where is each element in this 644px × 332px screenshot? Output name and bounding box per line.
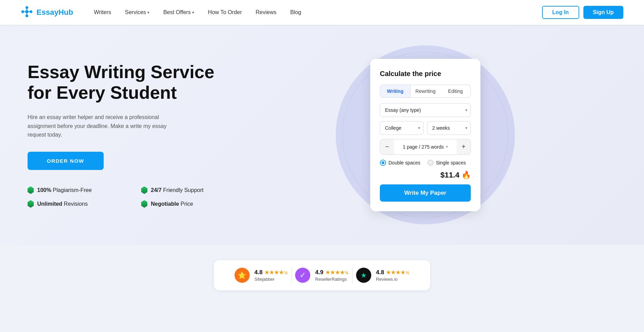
hero-section: Essay Writing Service for Every Student … [0, 25, 644, 245]
spacing-row: Double spaces Single spaces [380, 160, 471, 166]
radio-dot [382, 161, 384, 164]
sitejabber-icon: ⭐ [235, 268, 250, 283]
chevron-down-icon: ▾ [446, 144, 448, 149]
price-value: $11.4 [440, 171, 459, 179]
logo-text: EssayHub [37, 8, 73, 17]
tab-writing[interactable]: Writing [380, 85, 411, 97]
rating-resellerratings: ✓ 4.9 ★★★★½ ResellerRatings [295, 268, 349, 283]
resellerratings-stars: ★★★★½ [325, 269, 349, 276]
divider [352, 267, 353, 283]
academic-level-wrapper: High School College University Master's … [380, 121, 424, 135]
write-my-paper-button[interactable]: Write My Paper [380, 184, 471, 202]
feature-price: Negotiable Price [141, 200, 234, 208]
pages-display: 1 page / 275 words ▾ [394, 144, 457, 150]
resellerratings-label: ResellerRatings [315, 277, 349, 282]
svg-point-4 [30, 10, 32, 13]
check-icon [141, 186, 147, 194]
svg-point-0 [25, 10, 29, 13]
nav-writers[interactable]: Writers [94, 9, 111, 15]
check-icon [141, 200, 147, 208]
hero-features: 100% Plagiarism-Free 24/7 Friendly Suppo… [28, 186, 234, 208]
ratings-bar: ⭐ 4.8 ★★★★½ Sitejabber ✓ 4.9 ★★★★½ Resel… [214, 260, 430, 290]
radio-single-spaces [427, 160, 434, 166]
reviewsio-info: 4.8 ★★★★½ Reviews.io [376, 269, 409, 282]
deadline-wrapper: 6 hours 12 hours 24 hours 2 days 3 days … [427, 121, 471, 135]
hero-content: Essay Writing Service for Every Student … [28, 62, 234, 207]
single-spaces-label: Single spaces [436, 160, 466, 165]
price-display: $11.4 🔥 [380, 171, 471, 180]
feature-support: 24/7 Friendly Support [141, 186, 234, 194]
below-hero: ⭐ 4.8 ★★★★½ Sitejabber ✓ 4.9 ★★★★½ Resel… [0, 245, 644, 304]
level-deadline-row: High School College University Master's … [380, 121, 471, 135]
svg-point-3 [21, 10, 24, 13]
chevron-down-icon: ▾ [147, 10, 149, 15]
logo[interactable]: EssayHub [21, 6, 73, 19]
pages-value: 1 page / 275 words [403, 144, 444, 150]
nav-best-offers[interactable]: Best Offers▾ [163, 9, 194, 15]
hero-subtitle: Hire an essay writer helper and receive … [28, 113, 186, 139]
check-icon [28, 200, 34, 208]
resellerratings-icon: ✓ [295, 268, 310, 283]
double-spaces-option[interactable]: Double spaces [380, 160, 420, 166]
circle-decoration: Calculate the price Writing Rewriting Ed… [336, 45, 515, 224]
calculator-title: Calculate the price [380, 70, 471, 78]
resellerratings-info: 4.9 ★★★★½ ResellerRatings [315, 269, 349, 282]
main-nav: Writers Services▾ Best Offers▾ How To Or… [94, 9, 542, 15]
decrease-pages-button[interactable]: − [380, 139, 394, 154]
tab-editing[interactable]: Editing [440, 85, 470, 97]
sitejabber-stars: ★★★★½ [264, 269, 288, 276]
hero-title: Essay Writing Service for Every Student [28, 62, 234, 103]
pages-row: − 1 page / 275 words ▾ + [380, 139, 471, 155]
header-actions: Log In Sign Up [542, 6, 623, 19]
double-spaces-label: Double spaces [388, 160, 420, 165]
svg-point-2 [25, 14, 28, 17]
login-button[interactable]: Log In [542, 6, 579, 19]
price-calculator: Calculate the price Writing Rewriting Ed… [370, 59, 480, 211]
radio-double-spaces [380, 160, 386, 166]
check-icon [28, 186, 34, 194]
reviewsio-score: 4.8 ★★★★½ [376, 269, 409, 276]
svg-point-1 [25, 6, 28, 9]
increase-pages-button[interactable]: + [457, 139, 470, 154]
hero-right: Calculate the price Writing Rewriting Ed… [234, 45, 616, 224]
feature-revisions: Unlimited Revisions [28, 200, 121, 208]
resellerratings-score: 4.9 ★★★★½ [315, 269, 349, 276]
divider [291, 267, 292, 283]
nav-services[interactable]: Services▾ [125, 9, 149, 15]
deadline-select[interactable]: 6 hours 12 hours 24 hours 2 days 3 days … [427, 121, 471, 135]
feature-plagiarism: 100% Plagiarism-Free [28, 186, 121, 194]
calculator-tabs: Writing Rewriting Editing [380, 85, 471, 98]
fire-icon: 🔥 [461, 171, 471, 179]
sitejabber-score: 4.8 ★★★★½ [255, 269, 288, 276]
header: EssayHub Writers Services▾ Best Offers▾ … [0, 0, 644, 25]
nav-how-to-order[interactable]: How To Order [208, 9, 242, 15]
chevron-down-icon: ▾ [192, 10, 194, 15]
reviewsio-stars: ★★★★½ [386, 269, 409, 276]
paper-type-wrapper: Essay (any type) Research Paper Term Pap… [380, 103, 471, 117]
nav-reviews[interactable]: Reviews [256, 9, 276, 15]
rating-sitejabber: ⭐ 4.8 ★★★★½ Sitejabber [235, 268, 288, 283]
nav-blog[interactable]: Blog [290, 9, 301, 15]
reviewsio-label: Reviews.io [376, 277, 409, 282]
single-spaces-option[interactable]: Single spaces [427, 160, 466, 166]
reviewsio-icon: ★ [356, 268, 371, 283]
signup-button[interactable]: Sign Up [583, 6, 623, 19]
sitejabber-label: Sitejabber [255, 277, 288, 282]
rating-reviewsio: ★ 4.8 ★★★★½ Reviews.io [356, 268, 409, 283]
logo-icon [21, 6, 33, 19]
sitejabber-info: 4.8 ★★★★½ Sitejabber [255, 269, 288, 282]
order-now-button[interactable]: ORDER NOW [28, 152, 104, 170]
tab-rewriting[interactable]: Rewriting [411, 85, 440, 97]
paper-type-select[interactable]: Essay (any type) Research Paper Term Pap… [380, 103, 471, 117]
academic-level-select[interactable]: High School College University Master's … [380, 121, 424, 135]
